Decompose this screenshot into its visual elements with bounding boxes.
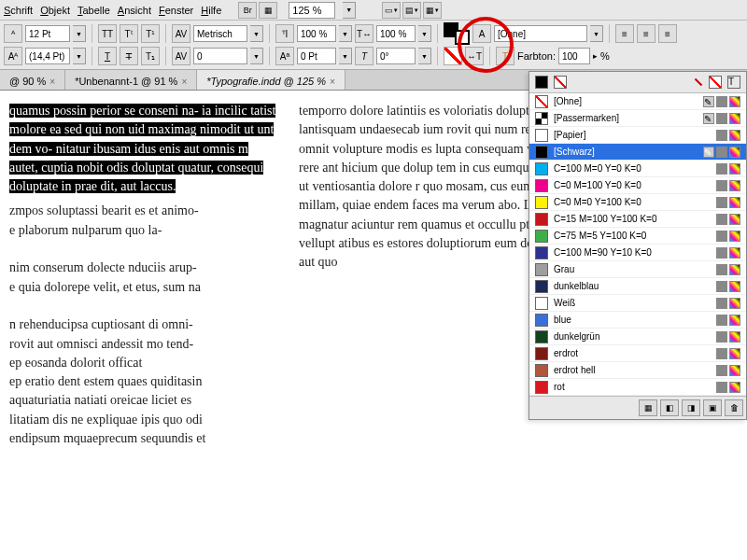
swatch-name: C=100 M=0 Y=0 K=0 — [554, 163, 711, 174]
swatch-row[interactable]: rot — [529, 379, 746, 396]
baseline-dd[interactable]: ▼ — [339, 48, 352, 64]
swatch-color-chip — [535, 179, 548, 192]
charstyle-dd[interactable]: ▼ — [590, 25, 603, 42]
tint-arrow[interactable]: ▸ — [593, 51, 598, 61]
color-type-icon — [729, 348, 740, 359]
tab-1[interactable]: *Unbenannt-1 @ 91 %× — [65, 70, 197, 90]
tab-0[interactable]: @ 90 %× — [0, 70, 65, 90]
swatch-name: C=0 M=0 Y=100 K=0 — [554, 197, 711, 207]
hscale-field[interactable]: 100 % — [376, 25, 416, 42]
show-spot-icon[interactable]: ◨ — [682, 399, 700, 416]
menu-hilfe[interactable]: Hilfe — [201, 5, 221, 16]
bridge-icon[interactable]: Br — [238, 2, 257, 19]
text-column-1[interactable]: quamus possin perior se conseni na- ia i… — [0, 91, 289, 560]
align-center-icon[interactable]: ≡ — [637, 24, 655, 43]
kerning-dd[interactable]: ▼ — [250, 25, 263, 42]
show-process-icon[interactable]: ◧ — [660, 399, 679, 416]
swatch-row[interactable]: blue — [529, 312, 746, 329]
strike-icon[interactable]: T̶ — [120, 47, 138, 65]
menu-fenster[interactable]: Fenster — [159, 5, 193, 16]
charstyle-icon: A — [472, 24, 491, 43]
color-type-icon — [729, 365, 740, 376]
swatch-row[interactable]: [Schwarz]✎ — [529, 144, 746, 161]
smallcaps-icon[interactable]: Tᵗ — [120, 24, 138, 43]
swatch-row[interactable]: C=15 M=100 Y=100 K=0 — [529, 211, 746, 228]
delete-swatch-icon[interactable]: 🗑 — [725, 399, 743, 416]
color-type-icon — [729, 96, 740, 107]
swatch-row[interactable]: Weiß — [529, 295, 746, 312]
format-text-icon[interactable]: ↔T — [465, 47, 484, 65]
screen-mode-icon[interactable]: ▭▼ — [382, 2, 401, 19]
vscale-dd[interactable]: ▼ — [339, 25, 352, 42]
swatch-row[interactable]: Grau — [529, 261, 746, 278]
tracking-dd[interactable]: ▼ — [250, 48, 263, 64]
show-all-icon[interactable]: ▦ — [639, 399, 657, 416]
swatch-row[interactable]: C=100 M=0 Y=0 K=0 — [529, 161, 746, 177]
arrange-icon[interactable]: ▤▼ — [402, 2, 421, 19]
stock-icon[interactable]: ▦ — [259, 2, 277, 19]
skew-field[interactable]: 0° — [376, 48, 416, 64]
swatch-row[interactable]: C=100 M=90 Y=10 K=0 — [529, 245, 746, 261]
leading-dd[interactable]: ▼ — [73, 48, 86, 64]
none-icon[interactable] — [695, 78, 702, 86]
subscript-icon[interactable]: T₁ — [141, 47, 160, 65]
close-icon[interactable]: × — [181, 77, 187, 87]
leading-field[interactable]: (14,4 Pt) — [25, 48, 70, 64]
color-mode-icon — [716, 113, 727, 124]
hscale-dd[interactable]: ▼ — [418, 25, 431, 42]
color-type-icon — [729, 163, 740, 175]
swatch-row[interactable]: C=0 M=0 Y=100 K=0 — [529, 194, 746, 211]
menu-tabelle[interactable]: Tabelle — [78, 5, 110, 16]
align-left-icon[interactable]: ≡ — [615, 24, 634, 43]
stroke-proxy-icon[interactable] — [554, 76, 567, 89]
no-fill-icon[interactable] — [444, 47, 462, 65]
baseline-field[interactable]: 0 Pt — [297, 48, 336, 64]
kerning-field[interactable]: Metrisch — [193, 25, 247, 42]
baseline-icon: Aª — [275, 47, 294, 65]
workspace-icon[interactable]: ▦▼ — [423, 2, 442, 19]
menu-ansicht[interactable]: Ansicht — [118, 5, 151, 16]
tab-2[interactable]: *Typografie.indd @ 125 %× — [197, 70, 345, 90]
swatch-row[interactable]: erdrot hell — [529, 362, 746, 379]
align-right-icon[interactable]: ≡ — [658, 24, 677, 43]
swatch-row[interactable]: C=0 M=100 Y=0 K=0 — [529, 177, 746, 194]
color-mode-icon — [716, 96, 727, 107]
swatch-row[interactable]: [Passermarken]✎ — [529, 110, 746, 127]
swatch-name: erdrot — [554, 348, 711, 358]
swatch-row[interactable]: C=75 M=5 Y=100 K=0 — [529, 228, 746, 245]
charstyle-field[interactable]: [Ohne] — [494, 25, 587, 42]
menu-objekt[interactable]: Objekt — [40, 5, 70, 16]
swatch-row[interactable]: dunkelgrün — [529, 329, 746, 345]
underline-icon[interactable]: T — [98, 47, 117, 65]
superscript-icon[interactable]: T¹ — [141, 24, 160, 43]
format-container-icon[interactable] — [709, 76, 722, 89]
menu-schrift[interactable]: SSchriftchrift — [4, 5, 33, 16]
vscale-field[interactable]: 100 % — [297, 25, 336, 42]
format-text-icon[interactable]: T — [727, 76, 740, 89]
allcaps-icon[interactable]: TT — [98, 24, 117, 43]
font-size-field[interactable]: 12 Pt — [25, 25, 70, 42]
swatch-type-icons — [716, 382, 740, 393]
swatch-row[interactable]: erdrot — [529, 345, 746, 362]
tint-field[interactable]: 100 — [558, 48, 590, 64]
color-mode-icon — [716, 315, 727, 326]
swatch-name: [Passermarken] — [554, 113, 698, 123]
fill-proxy-icon[interactable] — [535, 76, 548, 89]
selected-text[interactable]: quamus possin perior se conseni na- ia i… — [9, 104, 275, 193]
tracking-field[interactable]: 0 — [193, 48, 247, 64]
body-text-1[interactable]: zmpos soluptassi bearit es et animo- e p… — [9, 202, 280, 448]
close-icon[interactable]: × — [330, 77, 335, 87]
zoom-field[interactable]: 125 % — [289, 2, 335, 19]
stroke-swatch[interactable] — [455, 30, 470, 45]
skew-dd[interactable]: ▼ — [418, 48, 431, 64]
zoom-dropdown[interactable]: ▼ — [343, 2, 356, 19]
swatch-name: C=75 M=5 Y=100 K=0 — [554, 231, 711, 241]
close-icon[interactable]: × — [49, 77, 55, 87]
swatch-row[interactable]: dunkelblau — [529, 278, 746, 295]
swatch-row[interactable]: [Papier] — [529, 127, 746, 144]
swatch-row[interactable]: [Ohne]✎ — [529, 93, 746, 110]
font-size-dd[interactable]: ▼ — [73, 25, 86, 42]
fill-stroke-proxy[interactable] — [444, 22, 470, 45]
swatch-color-chip — [535, 230, 548, 243]
new-swatch-icon[interactable]: ▣ — [703, 399, 722, 416]
